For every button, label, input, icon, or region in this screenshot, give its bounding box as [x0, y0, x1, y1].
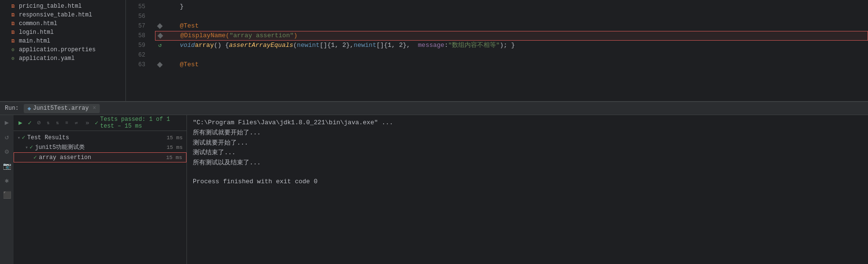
sort-asc-button[interactable]: ⇅ [45, 117, 52, 128]
close-button[interactable]: × [93, 105, 96, 112]
file-item[interactable]: 🗎 responsive_table.html [0, 11, 125, 19]
gutter-59: ↺ [155, 41, 165, 50]
run-label: Run: [5, 105, 19, 112]
tests-passed-bar: ✓ Tests passed: 1 of 1 test – 15 ms [95, 116, 184, 130]
block-button[interactable]: ⊘ [35, 117, 43, 128]
check-icon: ✓ [33, 154, 37, 161]
file-label: application.properties [19, 46, 95, 53]
run-tab-icon: ◆ [28, 105, 31, 112]
chevron-down-icon: ▾ [25, 145, 28, 150]
tree-item-junit5-class[interactable]: ▾ ✓ junit5功能测试类 15 ms [14, 142, 186, 152]
props-icon: ⚙ [10, 55, 16, 62]
html-icon: 🗎 [10, 20, 16, 27]
file-item[interactable]: ⚙ application.yaml [0, 54, 125, 63]
junit5-class-label: junit5功能测试类 [35, 143, 167, 151]
tree-item-array-assertion[interactable]: ✓ array assertion 15 ms [14, 152, 186, 162]
file-item[interactable]: 🗎 login.html [0, 28, 125, 37]
code-content: } @Test [150, 0, 868, 101]
line-num: 55 [126, 2, 145, 12]
console-panel: "C:\Program Files\Java\jdk1.8.0_221\bin\… [187, 115, 868, 264]
check-icon: ✓ [95, 119, 98, 127]
check-icon: ✓ [30, 144, 33, 151]
file-item[interactable]: 🗎 pricing_table.html [0, 2, 125, 11]
file-item[interactable]: ⚙ application.properties [0, 45, 125, 54]
junit5-class-time: 15 ms [167, 145, 183, 150]
line-num: 56 [126, 12, 145, 21]
file-label: pricing_table.html [19, 3, 82, 10]
props-icon: ⚙ [10, 46, 16, 53]
code-panel: 55 56 57 58 59 62 63 } [126, 0, 868, 101]
file-label: main.html [19, 38, 50, 44]
run-tab[interactable]: ◆ Junit5Test.array × [24, 104, 100, 113]
console-line-5: 所有测试以及结束了... [193, 158, 862, 168]
code-line-56 [155, 12, 868, 21]
array-assertion-label: array assertion [39, 154, 166, 161]
code-line-57: @Test [155, 21, 868, 31]
console-line-3: 测试就要开始了... [193, 138, 862, 148]
line-num: 63 [126, 60, 145, 70]
test-results-time: 15 ms [167, 135, 183, 141]
bottom-panel: ▶ ↺ ⚙ 📷 ✱ ⬛ ▶ ✓ ⊘ ⇅ ⇅ ≡ ⇌ » ✓ Tests pass… [0, 115, 868, 264]
logout-icon[interactable]: ⬛ [1, 190, 12, 200]
code-line-59: ↺ void array() { assertArrayEquals(new i… [155, 41, 868, 50]
sort-desc-button[interactable]: ⇅ [54, 117, 62, 128]
html-icon: 🗎 [10, 38, 16, 44]
html-icon: 🗎 [10, 3, 16, 10]
gutter-58 [155, 34, 165, 38]
file-item[interactable]: 🗎 common.html [0, 19, 125, 28]
side-icons: ▶ ↺ ⚙ 📷 ✱ ⬛ [0, 115, 14, 264]
chevron-down-icon: ▾ [17, 135, 20, 141]
line-num: 58 [126, 31, 145, 41]
line-numbers: 55 56 57 58 59 62 63 [126, 0, 150, 101]
process-finished-line: Process finished with exit code 0 [193, 177, 862, 187]
code-line-55: } [155, 2, 868, 12]
console-line-1: "C:\Program Files\Java\jdk1.8.0_221\bin\… [193, 118, 862, 128]
code-line-62 [155, 50, 868, 60]
update-icon[interactable]: ✱ [1, 175, 12, 186]
array-assertion-time: 15 ms [166, 155, 182, 161]
file-label: responsive_table.html [19, 12, 92, 18]
test-toolbar-row: ▶ ✓ ⊘ ⇅ ⇅ ≡ ⇌ » ✓ Tests passed: 1 of 1 t… [14, 115, 186, 131]
code-line-58: @DisplayName("array assertion") [155, 31, 868, 41]
list-button[interactable]: ≡ [63, 117, 71, 128]
console-line-2: 所有测试就要开始了... [193, 128, 862, 138]
tree-item-test-results[interactable]: ▾ ✓ Test Results 15 ms [14, 133, 186, 142]
camera-icon[interactable]: 📷 [1, 161, 12, 171]
file-item[interactable]: 🗎 main.html [0, 37, 125, 45]
gutter-63 [155, 63, 165, 67]
file-label: login.html [19, 29, 54, 36]
line-num: 57 [126, 21, 145, 31]
tests-passed-text: Tests passed: 1 of 1 test – 15 ms [100, 116, 184, 130]
html-icon: 🗎 [10, 12, 16, 18]
code-line-63: @Test [155, 60, 868, 70]
test-results-label: Test Results [27, 134, 167, 141]
html-icon: 🗎 [10, 29, 16, 36]
settings-icon[interactable]: ⚙ [1, 146, 12, 157]
check-button[interactable]: ✓ [26, 117, 33, 128]
check-icon: ✓ [22, 134, 25, 141]
file-label: application.yaml [19, 55, 75, 62]
line-num: 62 [126, 50, 145, 60]
console-line-4: 测试结束了... [193, 148, 862, 158]
line-num: 59 [126, 41, 145, 50]
run-again-icon[interactable]: ▶ [1, 117, 12, 128]
gutter-57 [155, 24, 165, 28]
separator-icon: » [83, 117, 91, 128]
run-tab-label: Junit5Test.array [33, 105, 89, 112]
run-bar: Run: ◆ Junit5Test.array × [0, 102, 868, 115]
rerun-icon[interactable]: ↺ [1, 132, 12, 142]
play-button[interactable]: ▶ [16, 117, 24, 128]
sync-button[interactable]: ⇌ [72, 117, 80, 128]
file-label: common.html [19, 20, 57, 27]
console-blank [193, 168, 862, 173]
test-tree: ▾ ✓ Test Results 15 ms ▾ ✓ junit5功能测试类 1… [14, 131, 186, 264]
file-tree: 🗎 pricing_table.html 🗎 responsive_table.… [0, 0, 126, 101]
